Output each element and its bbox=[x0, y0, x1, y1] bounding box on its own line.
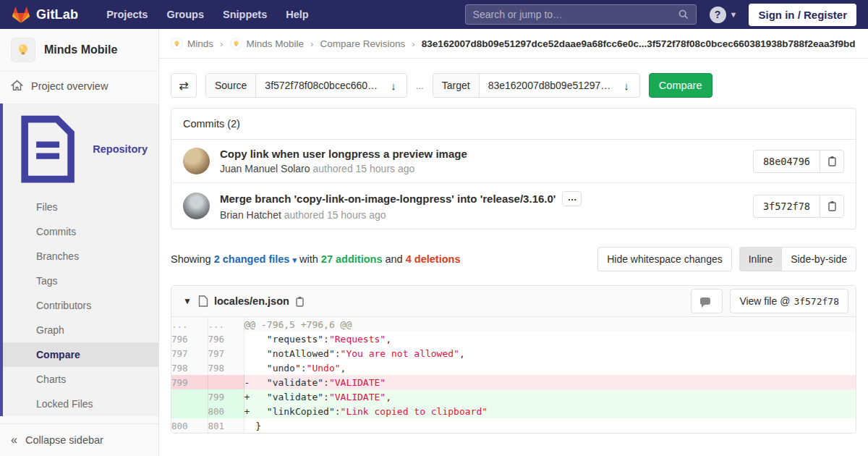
breadcrumb-item-compare-revisions[interactable]: Compare Revisions bbox=[320, 38, 406, 49]
view-file-button[interactable]: View file @3f572f78 bbox=[730, 289, 848, 313]
diff-line-ctx: 796796 "requests":"Requests", bbox=[171, 332, 856, 346]
sidebar-item-charts[interactable]: Charts bbox=[3, 367, 158, 392]
breadcrumb-avatar-icon bbox=[230, 38, 242, 50]
commit-title-row: Merge branch 'copy-link-on-image-longpre… bbox=[220, 191, 741, 206]
diff-file-header: ▼ locales/en.json View file @3f572f78 bbox=[171, 286, 856, 317]
diff-line-content: } bbox=[244, 418, 856, 433]
target-ref-dropdown[interactable]: Target 83e162007d8b09e51297… ↓ bbox=[433, 73, 640, 98]
brand-name: GitLab bbox=[36, 7, 78, 22]
inline-view-button[interactable]: Inline bbox=[739, 247, 781, 271]
repo-subitems: FilesCommitsBranchesTagsContributorsGrap… bbox=[3, 195, 158, 416]
commit-description-expander[interactable]: … bbox=[562, 191, 582, 206]
nav-link-snippets[interactable]: Snippets bbox=[213, 0, 276, 29]
new-line-number[interactable]: 800 bbox=[208, 404, 244, 418]
commits-header: Commits (2) bbox=[171, 109, 856, 140]
old-line-number[interactable]: 798 bbox=[171, 360, 208, 375]
code-segment: "You are not allowed" bbox=[341, 348, 459, 359]
old-line-number[interactable]: 800 bbox=[171, 418, 208, 433]
sidebar-item-project-overview[interactable]: Project overview bbox=[0, 72, 158, 100]
source-ref-dropdown[interactable]: Source 3f572f78f08c0bcec660… ↓ bbox=[205, 73, 407, 98]
breadcrumb-item-minds[interactable]: Minds bbox=[187, 38, 213, 49]
diff-line-content: - "validate":"VALIDATE" bbox=[244, 375, 856, 389]
sidebar-item-files[interactable]: Files bbox=[3, 195, 158, 219]
sidebar-item-repository[interactable]: Repository bbox=[3, 104, 158, 195]
repository-section: Repository FilesCommitsBranchesTagsContr… bbox=[0, 104, 158, 416]
commits-list: Copy link when user longpress a preview … bbox=[171, 140, 856, 229]
diff-line-match: ......@@ -796,5 +796,6 @@ bbox=[171, 317, 856, 332]
diff-line-ctx: 798798 "undo":"Undo", bbox=[171, 360, 856, 375]
project-avatar bbox=[11, 38, 35, 62]
copy-sha-button[interactable] bbox=[820, 195, 844, 218]
project-context[interactable]: Minds Mobile bbox=[0, 29, 158, 72]
new-line-number[interactable]: 796 bbox=[208, 332, 244, 346]
hide-whitespace-button[interactable]: Hide whitespace changes bbox=[597, 247, 732, 271]
changed-files-dropdown[interactable]: 2 changed files ▾ bbox=[214, 253, 297, 265]
commit-title-link[interactable]: Copy link when user longpress a preview … bbox=[220, 148, 467, 160]
new-line-number[interactable]: 801 bbox=[208, 418, 244, 433]
sidebar-item-locked-files[interactable]: Locked Files bbox=[3, 392, 158, 416]
old-line-number[interactable]: 796 bbox=[171, 332, 208, 346]
old-line-number[interactable]: 797 bbox=[171, 346, 208, 360]
diff-line-ctx: 797797 "notAllowed":"You are not allowed… bbox=[171, 346, 856, 360]
sidebar-item-commits[interactable]: Commits bbox=[3, 219, 158, 244]
code-segment: "Requests" bbox=[329, 334, 386, 345]
code-segment: "notAllowed": bbox=[244, 348, 341, 359]
search-input[interactable]: Search or jump to… bbox=[465, 4, 697, 25]
summary-with: with bbox=[299, 253, 318, 265]
new-line-number[interactable]: 798 bbox=[208, 360, 244, 375]
commit-author-link[interactable]: Juan Manuel Solaro bbox=[220, 163, 310, 174]
new-line-number[interactable] bbox=[208, 375, 244, 389]
code-segment: "VALIDATE" bbox=[329, 392, 386, 402]
sidebar-item-branches[interactable]: Branches bbox=[3, 244, 158, 269]
collapse-sidebar-button[interactable]: « Collapse sidebar bbox=[0, 424, 158, 456]
old-line-number[interactable] bbox=[171, 404, 208, 418]
sign-in-register-button[interactable]: Sign in / Register bbox=[749, 4, 856, 26]
toggle-comments-button[interactable] bbox=[691, 289, 723, 313]
gitlab-logo[interactable]: GitLab bbox=[12, 6, 78, 24]
commit-author-link[interactable]: Brian Hatchet bbox=[220, 209, 281, 221]
copy-file-path-icon[interactable] bbox=[295, 296, 305, 307]
sidebar-item-graph[interactable]: Graph bbox=[3, 318, 158, 342]
old-line-number[interactable]: 799 bbox=[171, 375, 208, 389]
new-line-number[interactable]: 799 bbox=[208, 389, 244, 404]
breadcrumb-avatar-icon bbox=[171, 38, 183, 50]
side-by-side-view-button[interactable]: Side-by-side bbox=[781, 247, 856, 271]
diff-line-content: + "validate":"VALIDATE", bbox=[244, 389, 856, 404]
breadcrumb-separator: › bbox=[220, 38, 224, 49]
diff-line-del: 799- "validate":"VALIDATE" bbox=[171, 375, 856, 389]
collapse-file-caret[interactable]: ▼ bbox=[183, 296, 192, 306]
dropdown-arrow-icon: ↓ bbox=[380, 74, 407, 97]
commit-author-avatar[interactable] bbox=[183, 148, 210, 174]
code-segment: , bbox=[459, 348, 465, 359]
sidebar-item-compare[interactable]: Compare bbox=[3, 342, 158, 367]
nav-link-help[interactable]: Help bbox=[276, 0, 318, 29]
new-line-number[interactable]: ... bbox=[208, 317, 244, 332]
breadcrumb-item-minds-mobile[interactable]: Minds Mobile bbox=[247, 38, 305, 49]
diff-view-actions: Hide whitespace changes Inline Side-by-s… bbox=[597, 247, 856, 271]
nav-link-projects[interactable]: Projects bbox=[97, 0, 157, 29]
copy-sha-button[interactable] bbox=[820, 150, 844, 173]
range-separator: ... bbox=[416, 80, 424, 91]
commit-sha[interactable]: 3f572f78 bbox=[753, 195, 820, 218]
commit-sha[interactable]: 88e04796 bbox=[753, 150, 820, 173]
commit-title-link[interactable]: Merge branch 'copy-link-on-image-longpre… bbox=[220, 193, 556, 205]
help-icon: ? bbox=[710, 7, 726, 23]
help-menu[interactable]: ? ▼ bbox=[710, 7, 738, 23]
old-line-number[interactable] bbox=[171, 389, 208, 404]
summary-showing: Showing bbox=[171, 253, 211, 265]
dropdown-arrow-icon: ↓ bbox=[613, 74, 639, 97]
diff-summary-text: Showing 2 changed files ▾ with 27 additi… bbox=[171, 253, 460, 265]
old-line-number[interactable]: ... bbox=[171, 317, 208, 332]
nav-link-groups[interactable]: Groups bbox=[157, 0, 213, 29]
swap-revisions-button[interactable]: ⇄ bbox=[171, 73, 197, 98]
sidebar-item-contributors[interactable]: Contributors bbox=[3, 293, 158, 318]
new-line-number[interactable]: 797 bbox=[208, 346, 244, 360]
diff-file-actions: View file @3f572f78 bbox=[691, 289, 848, 313]
code-segment: , bbox=[386, 334, 391, 345]
commit-row: Copy link when user longpress a preview … bbox=[171, 140, 856, 182]
compare-button[interactable]: Compare bbox=[649, 73, 712, 98]
commit-author-avatar[interactable] bbox=[183, 193, 210, 219]
code-segment: "Undo" bbox=[307, 363, 341, 373]
commit-sha-group: 3f572f78 bbox=[753, 195, 844, 218]
sidebar-item-tags[interactable]: Tags bbox=[3, 269, 158, 293]
